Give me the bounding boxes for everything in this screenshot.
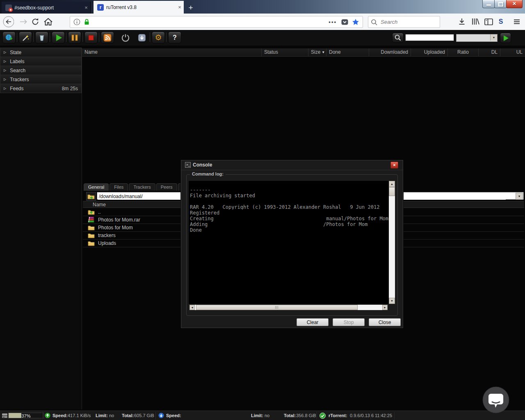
- sidebar-item-labels[interactable]: ▷ Labels: [0, 57, 82, 66]
- browser-tab-rutorrent[interactable]: r ruTorrent v3.8 ×: [94, 1, 184, 14]
- column-header-ratio[interactable]: Ratio: [448, 48, 479, 56]
- add-torrent-url-button[interactable]: [2, 32, 16, 43]
- sidebar-toggle-icon[interactable]: [483, 16, 494, 27]
- tab-title: #seedbox-support: [14, 5, 82, 11]
- tab-general[interactable]: General: [84, 183, 109, 191]
- scroll-right-icon[interactable]: ►: [382, 305, 388, 310]
- create-torrent-button[interactable]: [19, 32, 32, 43]
- search-input[interactable]: [380, 18, 431, 25]
- expand-arrow-icon[interactable]: ▷: [4, 50, 6, 54]
- column-header-uploaded[interactable]: Uploaded: [411, 48, 448, 56]
- tab-close-icon[interactable]: ×: [82, 5, 90, 11]
- rt-search-input[interactable]: [405, 34, 454, 41]
- upload-limit-value: no: [109, 413, 114, 418]
- console-titlebar[interactable]: >_ Console ×: [181, 160, 403, 170]
- stop-button[interactable]: Stop: [333, 318, 365, 326]
- column-header-name[interactable]: Name: [82, 48, 262, 56]
- sidebar-item-label: Search: [10, 68, 25, 73]
- s-extension-icon[interactable]: S: [495, 16, 507, 27]
- library-icon[interactable]: [469, 16, 481, 27]
- pocket-icon[interactable]: [341, 18, 349, 26]
- scroll-left-icon[interactable]: ◄: [189, 305, 195, 310]
- https-lock-icon[interactable]: [83, 18, 90, 25]
- tab-files[interactable]: Files: [110, 183, 128, 191]
- help-button[interactable]: ?: [168, 32, 181, 43]
- toolbar-separator: [50, 32, 50, 42]
- expand-arrow-icon[interactable]: ▷: [4, 87, 6, 90]
- chat-widget-button[interactable]: [482, 386, 509, 413]
- console-close-button[interactable]: ×: [390, 162, 398, 169]
- torrent-table-header: Name Status Size▼ Done Downloaded Upload…: [82, 48, 525, 57]
- shutdown-button[interactable]: [119, 32, 132, 43]
- chevron-down-icon[interactable]: ▼: [516, 193, 523, 200]
- statusbar-divider: [393, 412, 394, 420]
- column-header-dl[interactable]: DL: [479, 48, 500, 56]
- new-tab-button[interactable]: +: [185, 2, 196, 13]
- sidebar-item-search[interactable]: ▷ Search: [0, 66, 82, 75]
- start-torrent-button[interactable]: [52, 32, 65, 43]
- browser-tab-seedbox-support[interactable]: #seedbox-support ×: [2, 2, 91, 14]
- column-header-status[interactable]: Status: [262, 48, 308, 56]
- rss-feeds-button[interactable]: [101, 32, 114, 43]
- tab-peers[interactable]: Peers: [156, 183, 177, 191]
- folder-icon: [88, 225, 95, 231]
- forward-button[interactable]: [18, 16, 29, 27]
- upload-arrow-icon: [45, 413, 50, 419]
- close-button[interactable]: Close: [369, 318, 401, 326]
- download-limit-value: no: [265, 413, 269, 418]
- reload-button[interactable]: [30, 16, 41, 27]
- expand-arrow-icon[interactable]: ▷: [4, 59, 6, 63]
- upload-speed-label: Speed:: [52, 413, 68, 418]
- scrollbar-thumb[interactable]: [196, 305, 358, 310]
- window-restore-button[interactable]: [494, 0, 507, 8]
- toolbar-separator: [150, 32, 150, 42]
- category-sidebar: ▷ State ▷ Labels ▷ Search ▷ Trackers ▷: [0, 48, 82, 409]
- rutorrent-page: ⚙ ? ▼ ▷ State: [0, 30, 525, 420]
- column-header-size[interactable]: Size▼: [308, 48, 326, 56]
- tab-trackers[interactable]: Trackers: [129, 183, 155, 191]
- rt-search-engine-select[interactable]: ▼: [456, 34, 498, 42]
- rt-search-go-button[interactable]: [500, 33, 511, 43]
- expand-arrow-icon[interactable]: ▷: [4, 78, 6, 81]
- window-minimize-button[interactable]: [482, 0, 495, 8]
- disk-percent-label: 37%: [9, 413, 43, 418]
- statusbar-divider: [155, 412, 155, 420]
- upload-limit-label: Limit:: [96, 413, 108, 418]
- sidebar-item-feeds[interactable]: ▷ Feeds 8m 25s: [0, 84, 82, 93]
- expand-arrow-icon[interactable]: ▷: [4, 68, 6, 72]
- browser-search-box[interactable]: [368, 16, 440, 28]
- column-header-ul[interactable]: UL: [500, 48, 525, 56]
- sidebar-item-trackers[interactable]: ▷ Trackers: [0, 75, 82, 84]
- menu-hamburger-icon[interactable]: [511, 16, 523, 27]
- pause-torrent-button[interactable]: [68, 32, 81, 43]
- scroll-down-icon[interactable]: ▼: [389, 298, 395, 304]
- page-info-icon[interactable]: [73, 18, 80, 25]
- page-actions-icon[interactable]: •••: [329, 19, 337, 25]
- console-log-line: [189, 199, 389, 204]
- scroll-up-icon[interactable]: ▲: [389, 181, 395, 187]
- back-button[interactable]: [2, 16, 14, 27]
- settings-gear-button[interactable]: ⚙: [152, 32, 165, 43]
- downloads-icon[interactable]: [456, 16, 468, 27]
- open-folder-button[interactable]: [86, 192, 96, 201]
- column-header-downloaded[interactable]: Downloaded: [369, 48, 411, 56]
- sidebar-item-label: Labels: [10, 59, 24, 64]
- rt-search-button[interactable]: [392, 33, 404, 43]
- stop-torrent-button[interactable]: [84, 32, 98, 43]
- chevron-down-icon[interactable]: ▼: [490, 34, 497, 41]
- horizontal-scrollbar[interactable]: ◄ ►: [189, 305, 388, 310]
- toolbar-separator: [66, 32, 66, 42]
- window-close-button[interactable]: ✕: [506, 0, 523, 8]
- move-download-button[interactable]: [135, 32, 148, 43]
- sidebar-item-state[interactable]: ▷ State: [0, 48, 82, 57]
- url-bar[interactable]: •••: [70, 16, 363, 28]
- clear-button[interactable]: Clear: [297, 318, 329, 326]
- scrollbar-thumb[interactable]: [389, 187, 395, 196]
- column-header-done[interactable]: Done: [326, 48, 369, 56]
- home-button[interactable]: [42, 16, 54, 27]
- remove-torrent-button[interactable]: [35, 32, 48, 43]
- upload-total-label: Total:: [122, 413, 134, 418]
- vertical-scrollbar[interactable]: ▲ ▼: [389, 181, 395, 304]
- tab-close-icon[interactable]: ×: [176, 4, 184, 10]
- bookmark-star-icon[interactable]: [352, 18, 359, 26]
